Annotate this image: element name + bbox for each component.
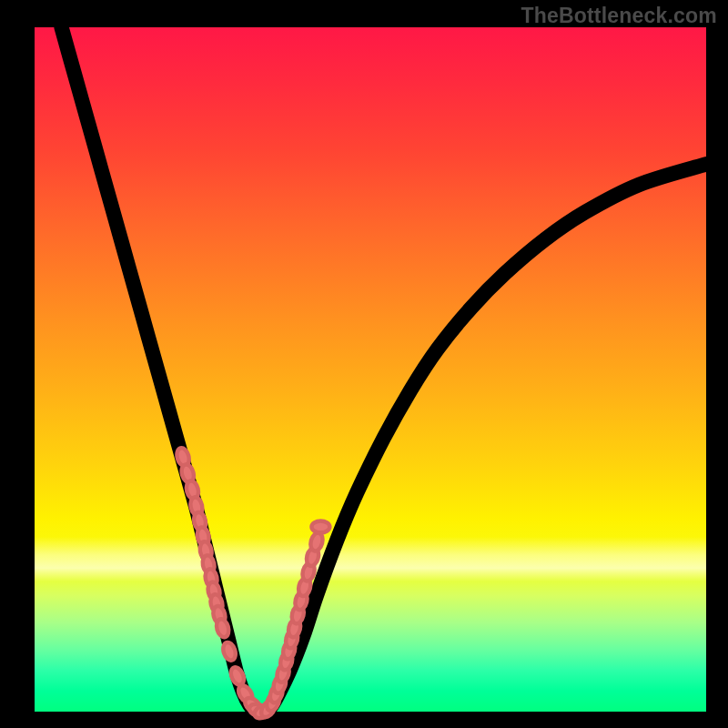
marker-dot bbox=[311, 521, 329, 533]
bottleneck-curve bbox=[62, 27, 706, 713]
chart-stage: TheBottleneck.com bbox=[0, 0, 728, 728]
marker-dots bbox=[175, 447, 329, 722]
plot-area bbox=[35, 27, 706, 712]
curve-svg bbox=[35, 27, 706, 712]
watermark-label: TheBottleneck.com bbox=[521, 4, 717, 28]
